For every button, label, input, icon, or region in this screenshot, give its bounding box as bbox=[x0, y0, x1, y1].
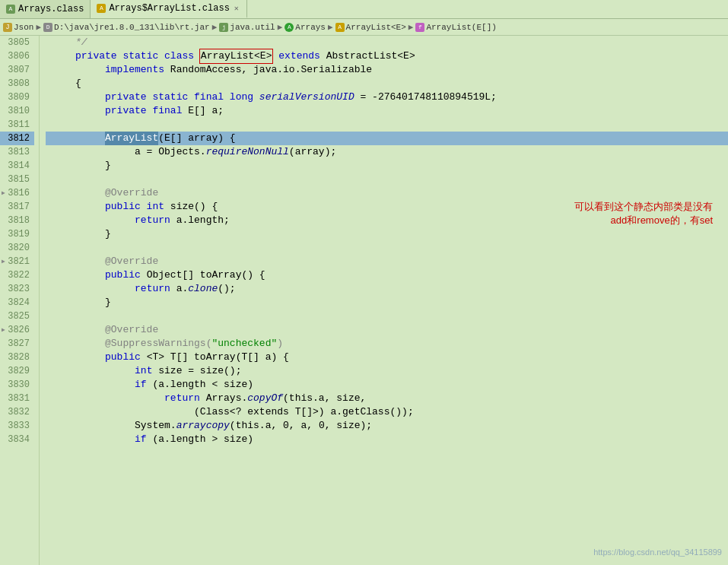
bc-label-json[interactable]: Json bbox=[14, 23, 33, 32]
arrays-tab-label: Arrays.class bbox=[18, 4, 84, 14]
code-line-3823: return a.clone(); bbox=[46, 282, 728, 296]
chinese-annotation-line1: 可以看到这个静态内部类是没有 bbox=[574, 199, 713, 214]
code-line-3819: } bbox=[46, 227, 728, 241]
bc-icon-arrays: A bbox=[285, 23, 294, 32]
code-line-3808: { bbox=[46, 77, 728, 90]
code-line-3818: return a.length; add和remove的，有set bbox=[46, 214, 728, 227]
code-line-3805: */ bbox=[46, 36, 728, 49]
bc-label-path[interactable]: D:\java\jre1.8.0_131\lib\rt.jar bbox=[54, 23, 210, 32]
gutter: 3805 3806 3807 3808 3809 3810 3811 3812 … bbox=[0, 36, 40, 565]
code-line-3821: @Override bbox=[46, 255, 728, 268]
code-content[interactable]: */ private static class ArrayList<E> ext… bbox=[40, 36, 728, 565]
bc-label-arraylist-e[interactable]: ArrayList<E> bbox=[346, 23, 406, 32]
bc-label-javautil[interactable]: java.util bbox=[230, 23, 275, 32]
bc-icon-arraylist-fn: f bbox=[415, 23, 424, 32]
breadcrumb-bar: J Json ▶ D D:\java\jre1.8.0_131\lib\rt.j… bbox=[0, 19, 728, 36]
code-line-3806: private static class ArrayList<E> extend… bbox=[46, 49, 728, 63]
code-line-3822: public Object[] toArray() { bbox=[46, 268, 728, 282]
code-line-3820 bbox=[46, 241, 728, 255]
code-line-3809: private static final long serialVersionU… bbox=[46, 90, 728, 104]
bc-icon-json: J bbox=[3, 23, 12, 32]
code-line-3827: @SuppressWarnings("unchecked") bbox=[46, 337, 728, 351]
bc-icon-path: D bbox=[43, 23, 52, 32]
bc-icon-arraylist-e: A bbox=[335, 23, 345, 32]
tab-close-button[interactable]: ✕ bbox=[233, 4, 240, 13]
tab-arrays-class[interactable]: A Arrays.class bbox=[0, 0, 91, 18]
code-line-3830: if (a.length < size) bbox=[46, 378, 728, 392]
arrays-tab-icon: A bbox=[6, 5, 15, 14]
arraylist-tab-icon: A bbox=[97, 4, 106, 13]
code-line-3834: if (a.length > size) bbox=[46, 433, 728, 446]
highlight-arraylist-e: ArrayList<E> bbox=[200, 49, 273, 63]
code-line-3817: public int size() { 可以看到这个静态内部类是没有 bbox=[46, 200, 728, 214]
code-line-3831: return Arrays.copyOf(this.a, size, bbox=[46, 392, 728, 405]
tab-arrays-arraylist-class[interactable]: A Arrays$ArrayList.class ✕ bbox=[91, 0, 246, 18]
code-line-3832: (Class<? extends T[]>) a.getClass()); bbox=[46, 405, 728, 419]
code-line-3811 bbox=[46, 118, 728, 132]
code-line-3828: public <T> T[] toArray(T[] a) { bbox=[46, 351, 728, 364]
bc-label-arraylist-fn[interactable]: ArrayList(E[]) bbox=[426, 23, 496, 32]
code-line-3814: } bbox=[46, 159, 728, 173]
code-line-3824: } bbox=[46, 296, 728, 309]
code-line-3833: System.arraycopy(this.a, 0, a, 0, size); bbox=[46, 419, 728, 433]
code-line-3829: int size = size(); bbox=[46, 364, 728, 378]
code-line-3815 bbox=[46, 173, 728, 186]
bc-icon-javautil: j bbox=[219, 23, 228, 32]
code-line-3807: implements RandomAccess, java.io.Seriali… bbox=[46, 63, 728, 77]
code-line-3826: @Override bbox=[46, 323, 728, 337]
code-line-3812: ArrayList(E[] array) { bbox=[46, 132, 728, 145]
watermark: https://blog.csdn.net/qq_34115899 bbox=[593, 545, 722, 559]
code-line-3810: private final E[] a; bbox=[46, 104, 728, 118]
editor-area: 3805 3806 3807 3808 3809 3810 3811 3812 … bbox=[0, 36, 728, 565]
arraylist-tab-label: Arrays$ArrayList.class bbox=[109, 3, 229, 14]
code-line-3825 bbox=[46, 309, 728, 323]
code-line-3816: @Override bbox=[46, 186, 728, 200]
tab-bar: A Arrays.class A Arrays$ArrayList.class … bbox=[0, 0, 728, 19]
code-line-3813: a = Objects.requireNonNull(array); bbox=[46, 145, 728, 159]
chinese-annotation-line2: add和remove的，有set bbox=[611, 213, 713, 228]
bc-label-arrays[interactable]: Arrays bbox=[295, 23, 326, 32]
